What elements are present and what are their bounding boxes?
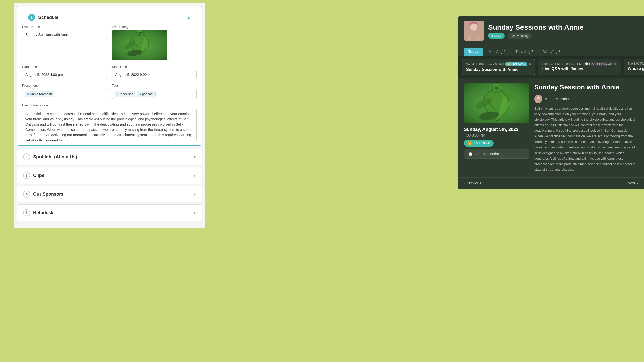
svg-point-8 <box>470 24 477 31</box>
avatar <box>464 21 484 41</box>
tag-inner-self-remove[interactable]: × <box>117 92 119 96</box>
event-name-input[interactable] <box>22 30 107 39</box>
header-info: Sunday Sessions with Annie ● LIVE 354 wa… <box>488 23 584 39</box>
start-time-1-label: Start Time <box>22 65 107 69</box>
section-number-5: 5 <box>23 209 30 216</box>
presenters-label: Presenters <box>22 84 107 87</box>
calendar-icon: 📅 <box>468 152 472 156</box>
svg-point-18 <box>537 96 540 99</box>
schedule-header[interactable]: 1 Schedule ▲ <box>22 10 197 25</box>
tag-podcast: × podcast <box>137 91 156 97</box>
svg-point-13 <box>495 87 498 89</box>
main-image-section: Sunday, August 5th, 2022 4:00-9:00 PM 📶 … <box>464 83 529 172</box>
schedule-time-2: Sun 9:30 PM - Sun 10:30 PM 🕐 STARTS IN 6… <box>542 62 617 66</box>
spotlight-chevron: ▾ <box>194 155 196 159</box>
fern-image <box>112 30 167 60</box>
clips-section[interactable]: 3 Clips ▾ <box>17 167 202 184</box>
form-row-times: Start Time Start Time <box>22 65 197 79</box>
live-now-button[interactable]: 📶 LIVE NOW <box>464 140 494 147</box>
section-number-1: 1 <box>28 14 35 21</box>
tag-inner-self: × inner-self <box>115 91 135 97</box>
start-time-1-group: Start Time <box>22 65 107 79</box>
wave-icon-1: 📶 <box>507 63 511 66</box>
presenter-avatar <box>534 95 542 103</box>
description-label: Event Description <box>22 103 197 107</box>
spotlight-section[interactable]: 2 Spotlight (About Us) ▾ <box>17 149 202 165</box>
tag-podcast-remove[interactable]: × <box>139 92 141 96</box>
chevron-left-icon: ‹ <box>464 181 465 185</box>
starts-badge-2: 🕐 STARTS IN 6:41:26 <box>583 62 613 66</box>
main-time: 4:00-9:00 PM <box>464 133 529 137</box>
presenter-tag: × Annie Marsden <box>25 91 54 97</box>
schedule-card-1[interactable]: Sun 4:00 PM - Sun 9:00 PM 📶 LIVE NOW ⧉ S… <box>462 59 535 75</box>
schedule-chevron: ▲ <box>187 15 191 20</box>
presenter-row: Annie Marsden <box>534 95 638 103</box>
sponsors-chevron: ▾ <box>194 192 196 197</box>
main-image-box <box>464 83 529 123</box>
copy-icon-2: ⧉ <box>614 62 617 66</box>
schedule-strip: Sun 4:00 PM - Sun 9:00 PM 📶 LIVE NOW ⧉ S… <box>458 56 644 78</box>
left-panel: 1 Schedule ▲ Event Name Event Image <box>14 3 205 228</box>
session-description: Self-criticism is common across all ment… <box>534 106 638 172</box>
spotlight-title: Spotlight (About Us) <box>33 154 191 160</box>
schedule-card-3[interactable]: Tue 3:00 PM Whose g... <box>624 59 644 75</box>
section-number-4: 4 <box>23 191 30 198</box>
presenters-container[interactable]: × Annie Marsden <box>22 89 107 99</box>
next-button[interactable]: Next › <box>627 181 638 185</box>
start-time-2-group: Start Time <box>112 65 197 79</box>
event-name-label: Event Name <box>22 25 107 29</box>
form-row-presenters-tags: Presenters × Annie Marsden Tags × inner-… <box>22 84 197 99</box>
previous-button[interactable]: ‹ Previous <box>464 181 481 185</box>
helpdesk-section[interactable]: 5 Helpdesk ▾ <box>17 204 202 221</box>
live-badge: ● LIVE <box>488 33 505 39</box>
event-name-group: Event Name <box>22 25 107 60</box>
clock-icon-2: 🕐 <box>585 62 588 65</box>
pulse-icon: ● <box>491 34 493 38</box>
schedule-time-3: Tue 3:00 PM <box>628 62 644 65</box>
date-tabs: Today Mon Aug 6 Tues Aug 7 Wed Aug 8 <box>458 46 644 56</box>
sponsors-section[interactable]: 4 Our Sponsors ▾ <box>17 186 202 202</box>
svg-point-3 <box>139 32 141 34</box>
watching-badge: 354 watching <box>508 33 532 39</box>
event-image-label: Event Image <box>112 25 197 29</box>
add-calendar-button[interactable]: 📅 Add to calendar <box>464 149 529 159</box>
tab-today[interactable]: Today <box>464 48 483 56</box>
header-badges: ● LIVE 354 watching <box>488 31 584 39</box>
tags-label: Tags <box>112 84 197 87</box>
clips-chevron: ▾ <box>194 173 196 178</box>
right-panel: Sunday Sessions with Annie ● LIVE 354 wa… <box>458 16 644 189</box>
description-group: Event Description Self-criticism is comm… <box>22 103 197 141</box>
section-number-3: 3 <box>23 172 30 179</box>
schedule-title: Schedule <box>38 15 184 20</box>
presenters-group: Presenters × Annie Marsden <box>22 84 107 99</box>
tags-group: Tags × inner-self × podcast <box>112 84 197 99</box>
presenter-name: Annie Marsden <box>545 97 570 101</box>
tags-container[interactable]: × inner-self × podcast <box>112 89 197 99</box>
tab-tues-aug7[interactable]: Tues Aug 7 <box>511 48 538 56</box>
start-time-1-input[interactable] <box>22 70 107 79</box>
form-row-name-image: Event Name Event Image <box>22 25 197 60</box>
tab-wed-aug8[interactable]: Wed Aug 8 <box>539 48 565 56</box>
helpdesk-title: Helpdesk <box>33 210 191 215</box>
clips-title: Clips <box>33 173 191 178</box>
schedule-name-2: Live Q&A with James <box>542 67 617 71</box>
presenter-tag-remove[interactable]: × <box>27 92 29 96</box>
section-number-2: 2 <box>23 153 30 160</box>
main-date: Sunday, August 5th, 2022 <box>464 126 529 133</box>
start-time-2-input[interactable] <box>112 70 197 79</box>
start-time-2-label: Start Time <box>112 65 197 69</box>
preview-header: Sunday Sessions with Annie ● LIVE 354 wa… <box>458 16 644 46</box>
schedule-time-1: Sun 4:00 PM - Sun 9:00 PM 📶 LIVE NOW ⧉ <box>466 62 531 66</box>
wave-icon-main: 📶 <box>468 141 472 145</box>
sponsors-title: Our Sponsors <box>33 192 191 197</box>
event-image-box[interactable] <box>112 30 167 60</box>
schedule-card-2[interactable]: Sun 9:30 PM - Sun 10:30 PM 🕐 STARTS IN 6… <box>538 59 621 75</box>
helpdesk-chevron: ▾ <box>194 210 196 215</box>
avatar-person <box>464 21 484 41</box>
live-now-badge-1: 📶 LIVE NOW <box>505 62 527 66</box>
main-content-text: Sunday Session with Annie Annie Marsden … <box>534 83 638 172</box>
event-image-group: Event Image <box>112 25 197 60</box>
preview-navigation: ‹ Previous Next › <box>458 177 644 189</box>
tab-mon-aug6[interactable]: Mon Aug 6 <box>484 48 510 56</box>
description-textarea[interactable]: Self-criticism is common across all ment… <box>22 109 197 141</box>
